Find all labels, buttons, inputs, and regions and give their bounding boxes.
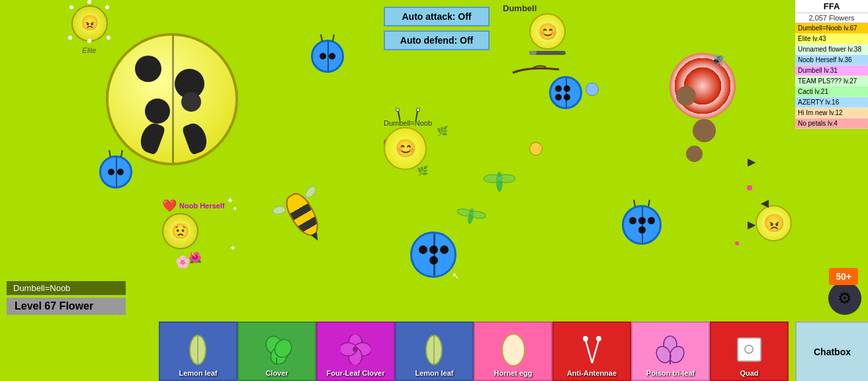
item-label-3: Four-Leaf Clover	[318, 369, 394, 377]
plus-button[interactable]: 50+	[829, 268, 858, 285]
center-ladybug: ↖	[410, 232, 456, 278]
item-slot-7[interactable]: Poison tri-leaf	[631, 321, 710, 381]
main-player-cell	[106, 33, 238, 165]
arrow-right-3: ▶	[761, 198, 769, 211]
item-icon-7	[656, 335, 685, 368]
settings-icon: ⚙	[838, 289, 852, 308]
svg-point-19	[502, 334, 525, 366]
arrow-right-1: ▶	[748, 155, 756, 168]
item-label-1: Lemon leaf	[160, 369, 236, 377]
chatbox-label: Chatbox	[814, 347, 851, 357]
svg-line-20	[586, 340, 592, 363]
elite-label: Elite	[66, 46, 112, 54]
lb-item-5[interactable]: Dumbell lv.31	[795, 65, 868, 76]
twig	[509, 63, 562, 76]
auto-attack-button[interactable]: Auto attack: Off	[384, 7, 490, 26]
dragonfly-1	[483, 165, 516, 196]
player-level-bar: Level 67 Flower	[7, 298, 126, 315]
brown-bug-1	[676, 86, 696, 106]
noob-herself-label: Noob Herself	[179, 202, 224, 210]
right-ladybug	[622, 205, 662, 245]
item-label-4: Lemon leaf	[396, 369, 472, 377]
item-icon-1	[187, 333, 210, 370]
settings-button[interactable]: ⚙	[828, 282, 861, 315]
svg-point-29	[745, 345, 753, 353]
lb-item-6[interactable]: TEAM PLS??? lv.27	[795, 76, 868, 87]
dragonfly-2	[455, 199, 488, 231]
item-label-6: Anti-Antennae	[554, 369, 630, 377]
bullseye-target	[670, 53, 736, 119]
item-icon-4	[423, 333, 446, 370]
item-label-2: Clover	[239, 369, 315, 377]
item-slot-3[interactable]: Four-Leaf Clover	[316, 321, 395, 381]
item-slot-6[interactable]: Anti-Antennae	[552, 321, 631, 381]
svg-point-2	[497, 175, 515, 183]
item-bar: Lemon leafCloverFour-Leaf CloverLemon le…	[159, 321, 789, 381]
item-icon-3	[341, 335, 370, 368]
ladybug-mid-left	[99, 155, 132, 189]
dumbell-center-label: Dumbell=Noob	[384, 119, 432, 127]
lb-item-7[interactable]: Cacti lv.21	[795, 87, 868, 97]
pink-dot-1	[747, 185, 752, 190]
svg-point-23	[596, 336, 601, 341]
dumbell-center-circle: 😊	[384, 127, 427, 170]
noob-herself-flower: ❤️ Noob Herself 😟 ✦ ✦ ✦ 🌸	[162, 198, 224, 249]
elite-circle: 😠	[71, 5, 108, 42]
elite-flower: 😠 Elite	[66, 0, 112, 54]
item-slot-1[interactable]: Lemon leaf	[159, 321, 238, 381]
item-icon-2	[262, 335, 292, 368]
lb-item-9[interactable]: Hi Im new lv.12	[795, 108, 868, 118]
dumbell-top-label: Dumbell	[503, 3, 537, 13]
item-icon-8	[734, 335, 764, 368]
noob-herself-circle: 😟	[162, 213, 198, 249]
player-info: Dumbell=Noob Level 67 Flower	[7, 281, 126, 315]
game-area: 😠 Elite Auto attack: Off Auto defend: Of…	[0, 0, 868, 381]
item-slot-4[interactable]: Lemon leaf	[395, 321, 474, 381]
player-flower: Flower	[60, 300, 94, 312]
ladybug-top	[311, 40, 344, 73]
item-slot-2[interactable]: Clover	[238, 321, 316, 381]
item-slot-8[interactable]: Quad	[710, 321, 789, 381]
brown-bug-2	[693, 119, 716, 142]
green-leaf-2: 🌿	[437, 126, 448, 136]
small-yellow-dot	[529, 142, 542, 155]
player-level: Level 67	[15, 300, 56, 312]
player-name-tag: Dumbell=Noob	[7, 281, 126, 295]
lb-item-10[interactable]: No petals lv.4	[795, 118, 868, 129]
auto-defend-button[interactable]: Auto defend: Off	[384, 30, 490, 50]
leaderboard-flowers: 2,057 Flowers	[795, 13, 868, 23]
dumbell-top-flower: 😊	[529, 13, 566, 55]
arrow-right-2: ▶	[748, 218, 756, 231]
brown-bug-3	[686, 146, 703, 162]
leaderboard-mode: FFA	[795, 0, 868, 13]
lb-item-4[interactable]: Noob Herself lv.36	[795, 55, 868, 65]
dumbell-center-flower: Dumbell=Noob 😊	[384, 119, 432, 170]
svg-point-16	[353, 347, 358, 352]
svg-line-21	[592, 340, 599, 363]
item-icon-6	[579, 333, 605, 370]
lb-item-2[interactable]: Elite lv.43	[795, 34, 868, 44]
item-label-5: Hornet egg	[475, 369, 551, 377]
svg-point-22	[583, 336, 588, 341]
fly-entity: 🪰	[711, 53, 726, 67]
ladybug-mid-right	[549, 76, 582, 109]
item-slot-5[interactable]: Hornet egg	[474, 321, 552, 381]
lb-item-3[interactable]: Unnamed flower lv.38	[795, 44, 868, 55]
item-label-7: Poison tri-leaf	[632, 369, 709, 377]
bee-entity	[281, 189, 324, 241]
item-label-8: Quad	[711, 369, 787, 377]
pink-dot-2	[735, 241, 739, 245]
chatbox[interactable]: Chatbox	[795, 321, 868, 381]
leaderboard: FFA 2,057 Flowers Dumbell=Noob lv.67Elit…	[795, 0, 868, 129]
auto-buttons: Auto attack: Off Auto defend: Off	[384, 7, 490, 50]
item-icon-5	[500, 331, 527, 371]
rose-petal: 🌺	[189, 251, 202, 264]
lb-item-1[interactable]: Dumbell=Noob lv.67	[795, 23, 868, 34]
lb-item-8[interactable]: AZERTY lv.16	[795, 97, 868, 108]
